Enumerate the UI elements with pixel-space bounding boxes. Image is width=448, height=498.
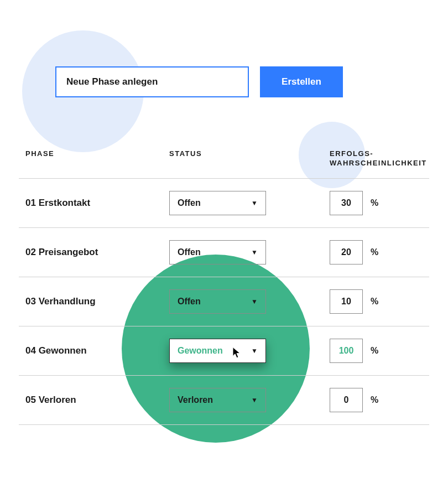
chevron-down-icon: ▼ [251,199,258,207]
phase-name: 02 Preisangebot [25,247,169,258]
table-row: 05 Verloren Verloren ▼ % [19,376,429,425]
probability-input[interactable] [330,240,363,264]
phase-table: PHASE STATUS ERFOLGS- WAHRSCHEINLICHKEIT… [19,149,429,425]
create-phase-row: Erstellen [55,66,343,97]
probability-cell: % [330,289,423,314]
table-row: 03 Verhandlung Offen ▼ % [19,277,429,326]
probability-input[interactable] [330,191,363,215]
phase-name: 01 Erstkontakt [25,198,169,209]
probability-cell: % [330,339,423,363]
create-button[interactable]: Erstellen [260,66,343,97]
percent-label: % [371,198,378,208]
column-header-phase: PHASE [25,149,169,168]
status-label: Offen [178,198,201,208]
percent-label: % [371,346,378,356]
phase-name: 03 Verhandlung [25,296,169,307]
probability-header-line2: WAHRSCHEINLICHKEIT [330,159,427,167]
chevron-down-icon: ▼ [251,347,258,355]
status-select[interactable]: Offen ▼ [169,289,266,314]
status-label: Gewonnen [178,346,223,356]
chevron-down-icon: ▼ [251,248,258,256]
probability-header-line1: ERFOLGS- [330,149,373,158]
chevron-down-icon: ▼ [251,298,258,305]
probability-input[interactable] [330,388,363,412]
table-row: 04 Gewonnen Gewonnen ▼ % [19,326,429,376]
status-select[interactable]: Offen ▼ [169,240,266,264]
phase-name: 05 Verloren [25,395,169,406]
cursor-icon [232,346,243,359]
table-row: 01 Erstkontakt Offen ▼ % [19,179,429,228]
percent-label: % [371,247,378,257]
status-select[interactable]: Gewonnen ▼ [169,339,266,363]
status-label: Offen [178,247,201,257]
column-header-probability: ERFOLGS- WAHRSCHEINLICHKEIT [330,149,427,168]
status-select[interactable]: Offen ▼ [169,191,266,215]
table-header: PHASE STATUS ERFOLGS- WAHRSCHEINLICHKEIT [19,149,429,179]
probability-input[interactable] [330,289,363,314]
status-select[interactable]: Verloren ▼ [169,388,266,412]
probability-input[interactable] [330,339,363,363]
probability-cell: % [330,191,423,215]
table-row: 02 Preisangebot Offen ▼ % [19,228,429,277]
chevron-down-icon: ▼ [251,396,258,404]
status-label: Verloren [178,395,213,405]
probability-cell: % [330,240,423,264]
percent-label: % [371,297,378,307]
new-phase-input[interactable] [55,66,249,97]
phase-name: 04 Gewonnen [25,345,169,356]
status-label: Offen [178,297,201,307]
column-header-status: STATUS [169,149,330,168]
percent-label: % [371,395,378,405]
probability-cell: % [330,388,423,412]
